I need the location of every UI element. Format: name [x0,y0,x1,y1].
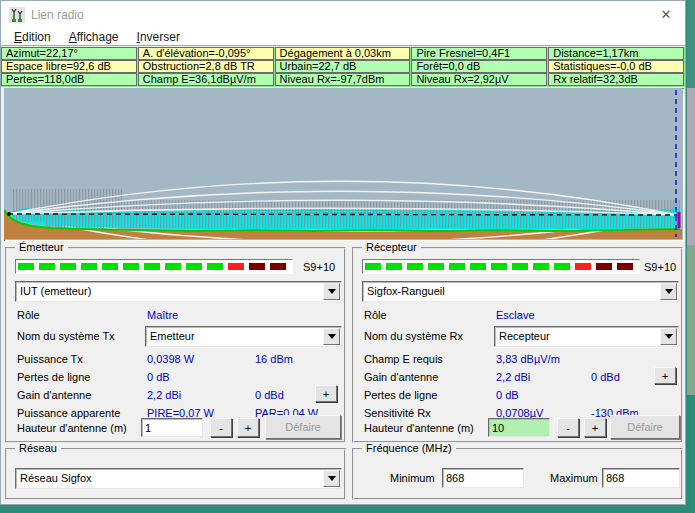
meter-segment [428,263,444,270]
rx-line-loss-value: 0 dB [496,389,519,401]
emitter-signal-meter [15,259,293,274]
menu-affichage[interactable]: Affichage [60,29,128,45]
tx-antenna-detail-button[interactable]: + [315,385,337,402]
emitter-group-title: Émetteur [15,241,68,253]
window-title: Lien radio [31,8,84,22]
meter-segment [575,263,591,270]
meter-segment [81,263,97,270]
rx-required-field-label: Champ E requis [364,353,443,365]
status-row: Azimut=22,17° A. d'élévation=-0,095° Dég… [1,47,685,60]
network-group: Réseau Réseau Sigfox [5,448,346,500]
meter-segment [123,263,139,270]
network-value: Réseau Sigfox [20,472,92,484]
rx-antenna-height-input[interactable] [488,418,550,437]
antenna-app-icon [9,7,25,23]
receiver-system-combobox[interactable]: Recepteur [494,326,679,347]
status-champ-e: Champ E=36,1dBµV/m [138,73,274,86]
meter-segment [270,263,286,270]
rx-antenna-gain-dbi: 2,2 dBi [496,371,530,383]
status-espace-libre: Espace libre=92,6 dB [1,60,137,73]
receiver-group: Récepteur S9+10 Sigfox-Rangueil Rôle Esc… [352,247,683,443]
receiver-system-label: Nom du système Rx [364,330,463,342]
meter-segment [39,263,55,270]
status-obstruction: Obstruction=2,8 dB TR [138,60,274,73]
close-button[interactable]: ✕ [653,5,679,25]
meter-segment [228,263,244,270]
receiver-signal-meter [362,259,640,274]
radio-path-profile-chart[interactable] [4,88,684,241]
meter-segment [18,263,34,270]
tx-point [7,212,11,216]
meter-segment [165,263,181,270]
tx-radiated-power-label: Puissance apparente [17,407,120,419]
tx-line-loss-value: 0 dB [147,371,170,383]
status-distance: Distance=1,17km [548,47,684,60]
status-statistiques: Statistiques=-0,0 dB [548,60,684,73]
tx-antenna-gain-dbi: 2,2 dBi [147,389,181,401]
rx-antenna-detail-button[interactable]: + [654,367,676,384]
frequency-max-label: Maximum [550,472,598,484]
status-niveau-rx-dbm: Niveau Rx=-97,7dBm [275,73,411,86]
tx-line-loss-label: Pertes de ligne [17,371,90,383]
emitter-role-value: Maître [147,309,178,321]
meter-segment [386,263,402,270]
rx-line-loss-label: Pertes de ligne [364,389,437,401]
tx-antenna-gain-dbd: 0 dBd [255,389,284,401]
emitter-system-label: Nom du système Tx [17,330,115,342]
status-azimut: Azimut=22,17° [1,47,137,60]
emitter-station-value: IUT (emetteur) [20,285,91,297]
emitter-system-value: Emetteur [150,330,195,342]
rx-height-minus-button[interactable]: - [557,418,579,437]
title-bar: Lien radio ✕ [1,1,685,29]
emitter-system-combobox[interactable]: Emetteur [145,326,342,347]
receiver-station-value: Sigfox-Rangueil [367,285,445,297]
rx-antenna-gain-label: Gain d'antenne [364,371,438,383]
rx-height-plus-button[interactable]: + [584,418,606,437]
tx-undo-button[interactable]: Défaire [265,415,341,439]
receiver-station-combobox[interactable]: Sigfox-Rangueil [362,281,679,302]
meter-segment [470,263,486,270]
frequency-min-input[interactable] [442,468,524,488]
tx-antenna-gain-label: Gain d'antenne [17,389,91,401]
tx-height-minus-button[interactable]: - [210,418,232,437]
status-niveau-rx-uv: Niveau Rx=2,92µV [411,73,547,86]
rx-undo-button[interactable]: Défaire [610,415,680,439]
tx-power-watts: 0,0398 W [147,353,194,365]
emitter-s-meter-label: S9+10 [303,261,335,273]
emitter-role-label: Rôle [17,309,40,321]
status-pire-fresnel: Pire Fresnel=0,4F1 [411,47,547,60]
emitter-group: Émetteur S9+10 IUT (emetteur) Rôle Maîtr… [5,247,346,443]
menu-edition[interactable]: Edition [5,29,60,45]
rx-antenna-height-label: Hauteur d'antenne (m) [364,422,474,434]
network-combobox[interactable]: Réseau Sigfox [15,468,342,489]
frequency-max-input[interactable] [602,468,680,488]
receiver-role-value: Esclave [496,309,535,321]
receiver-s-meter-label: S9+10 [644,261,676,273]
rx-sensitivity-label: Sensitivité Rx [364,407,431,419]
background-map-sliver [687,0,695,88]
status-rx-relatif: Rx relatif=32,3dB [548,73,684,86]
emitter-station-combobox[interactable]: IUT (emetteur) [15,281,342,302]
rx-antenna-gain-dbd: 0 dBd [591,371,620,383]
dropdown-arrow-icon[interactable] [323,470,340,487]
tx-antenna-height-input[interactable] [141,418,203,437]
menu-inverser[interactable]: Inverser [128,29,189,45]
meter-segment [249,263,265,270]
meter-segment [554,263,570,270]
dropdown-arrow-icon[interactable] [323,283,340,300]
tx-height-plus-button[interactable]: + [237,418,259,437]
status-row: Pertes=118,0dB Champ E=36,1dBµV/m Niveau… [1,73,685,86]
meter-segment [596,263,612,270]
status-elevation: A. d'élévation=-0,095° [138,47,274,60]
meter-segment [186,263,202,270]
status-row: Espace libre=92,6 dB Obstruction=2,8 dB … [1,60,685,73]
meter-segment [144,263,160,270]
dropdown-arrow-icon[interactable] [660,283,677,300]
rx-required-field-value: 3,83 dBµV/m [496,353,560,365]
status-urbain: Urbain=22,7 dB [275,60,411,73]
dropdown-arrow-icon[interactable] [323,328,340,345]
dropdown-arrow-icon[interactable] [660,328,677,345]
frequency-min-label: Minimum [390,472,435,484]
frequency-group: Fréquence (MHz) Minimum Maximum [352,448,683,500]
meter-segment [617,263,633,270]
